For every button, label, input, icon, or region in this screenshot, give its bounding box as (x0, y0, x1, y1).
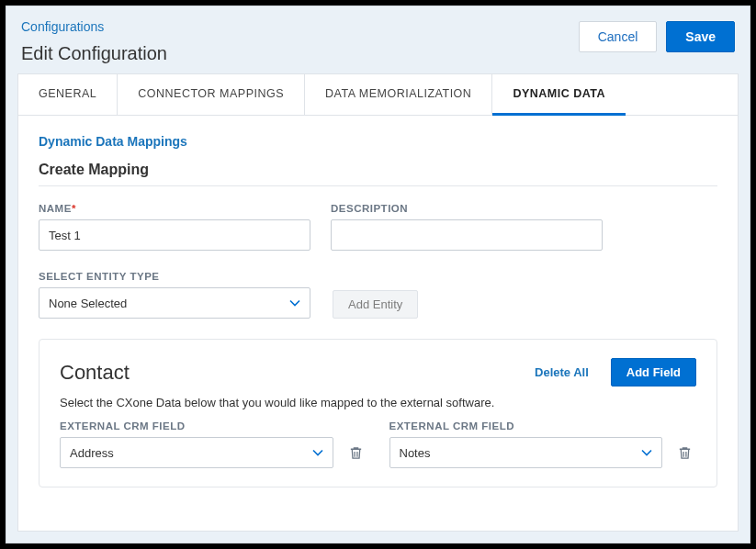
name-input[interactable] (39, 219, 310, 251)
tabs: GENERAL CONNECTOR MAPPINGS DATA MEMORIAL… (18, 74, 738, 116)
dynamic-data-mappings-link[interactable]: Dynamic Data Mappings (39, 134, 717, 149)
cancel-button[interactable]: Cancel (579, 21, 658, 52)
crm-field-value-1: Address (70, 446, 114, 460)
crm-field-select-1[interactable]: Address (60, 437, 333, 468)
entity-type-label: SELECT ENTITY TYPE (39, 271, 310, 282)
name-label: NAME* (39, 203, 310, 214)
card-title: Contact (60, 361, 130, 385)
chevron-down-icon (289, 297, 300, 308)
description-input[interactable] (331, 219, 603, 251)
tab-dynamic-data[interactable]: DYNAMIC DATA (492, 74, 626, 116)
save-button[interactable]: Save (666, 21, 735, 52)
breadcrumb-configurations[interactable]: Configurations (21, 19, 167, 34)
section-title: Create Mapping (39, 162, 717, 178)
delete-field-2-button[interactable] (673, 442, 696, 465)
chevron-down-icon (641, 447, 652, 458)
entity-type-value: None Selected (49, 297, 127, 310)
crm-field-select-2[interactable]: Notes (389, 437, 663, 468)
entity-type-select[interactable]: None Selected (39, 287, 310, 319)
tab-connector-mappings[interactable]: CONNECTOR MAPPINGS (118, 74, 305, 115)
card-description: Select the CXone Data below that you wou… (60, 396, 696, 409)
required-asterisk: * (72, 203, 76, 214)
add-entity-button[interactable]: Add Entity (333, 290, 418, 319)
add-field-button[interactable]: Add Field (611, 358, 696, 387)
external-crm-field-label-1: EXTERNAL CRM FIELD (60, 420, 367, 431)
delete-field-1-button[interactable] (344, 442, 367, 465)
external-crm-field-label-2: EXTERNAL CRM FIELD (389, 420, 697, 431)
page-title: Edit Configuration (21, 43, 167, 64)
description-label: DESCRIPTION (331, 203, 603, 214)
divider (39, 185, 717, 186)
name-label-text: NAME (39, 203, 72, 214)
contact-card: Contact Delete All Add Field Select the … (39, 339, 717, 487)
tab-data-memorialization[interactable]: DATA MEMORIALIZATION (305, 74, 492, 115)
tab-general[interactable]: GENERAL (18, 74, 118, 115)
crm-field-value-2: Notes (400, 446, 431, 460)
chevron-down-icon (312, 447, 323, 458)
delete-all-button[interactable]: Delete All (522, 358, 602, 387)
